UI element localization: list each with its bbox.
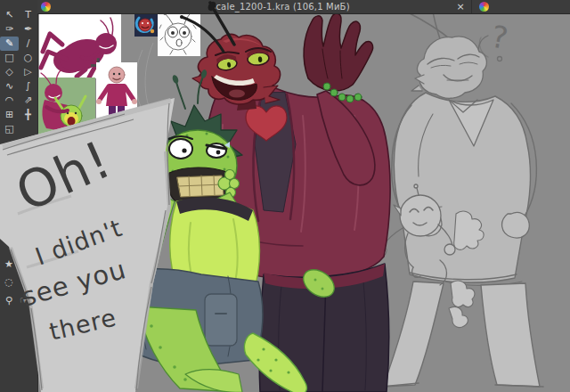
tab-title: scale_1200-1.kra (106,1 МиБ)	[211, 1, 350, 12]
toolbox-spacer	[19, 122, 37, 136]
document-tab-2[interactable]	[471, 0, 570, 13]
document-tabbar: scale_1200-1.kra (106,1 МиБ) ×	[37, 0, 570, 14]
krita-file-icon-2	[479, 2, 489, 12]
document-tab[interactable]: scale_1200-1.kra (106,1 МиБ) ×	[37, 0, 471, 13]
freehand-brush-tool[interactable]: ✎	[0, 37, 19, 51]
crop-tool[interactable]: ◱	[0, 122, 19, 136]
assistants-tool[interactable]: ★	[2, 257, 16, 271]
pan-tool[interactable]: ☞	[17, 293, 31, 307]
transform-tool[interactable]: ⊞	[0, 108, 19, 122]
move-tool[interactable]: ╋	[19, 108, 37, 122]
tab-close-button[interactable]: ×	[453, 0, 468, 13]
select-shapes-tool[interactable]: ↖	[0, 8, 19, 22]
krita-file-icon	[41, 2, 51, 12]
krita-window: ?	[0, 0, 570, 392]
dynamic-brush-tool[interactable]: ◠	[0, 94, 19, 108]
polyline-tool[interactable]: ▷	[19, 65, 37, 79]
polygon-tool[interactable]: ◇	[0, 65, 19, 79]
edit-shapes-tool[interactable]: ✑	[0, 22, 19, 37]
ellipse-select-tool[interactable]: ◌	[2, 274, 16, 289]
drawing-canvas[interactable]: ?	[0, 0, 570, 392]
multibrush-tool[interactable]: ⇗	[19, 94, 37, 108]
line-tool[interactable]: ∕	[19, 37, 37, 51]
bezier-curve-tool[interactable]: ∿	[0, 79, 19, 94]
toolbox: ↖ T ✑ ✒ ✎ ∕ □ ○ ◇ ▷ ∿ ∫ ◠ ⇗ ⊞ ╋ ◱ ★ ◌ ⚲ …	[0, 0, 38, 392]
calligraphy-tool[interactable]: ✒	[19, 22, 37, 37]
text-tool[interactable]: T	[19, 8, 37, 22]
freehand-path-tool[interactable]: ∫	[19, 79, 37, 94]
zoom-tool[interactable]: ⚲	[2, 293, 16, 307]
toolbox-grid: ↖ T ✑ ✒ ✎ ∕ □ ○ ◇ ▷ ∿ ∫ ◠ ⇗ ⊞ ╋ ◱	[0, 0, 37, 136]
rectangle-tool[interactable]: □	[0, 51, 19, 65]
ellipse-tool[interactable]: ○	[19, 51, 37, 65]
